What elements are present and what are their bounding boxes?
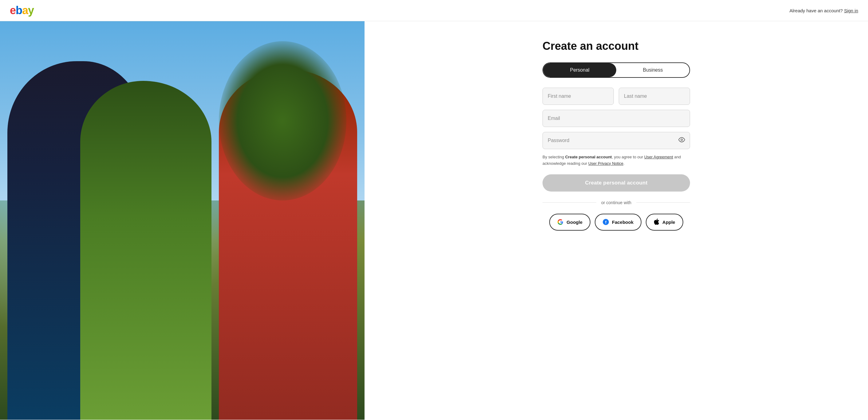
business-tab[interactable]: Business bbox=[616, 63, 689, 77]
logo-letter-e: e bbox=[10, 4, 16, 17]
email-input[interactable] bbox=[542, 110, 690, 127]
first-name-wrapper bbox=[542, 88, 614, 105]
email-wrapper bbox=[542, 110, 690, 127]
facebook-icon: f bbox=[603, 219, 609, 225]
divider-line-right bbox=[636, 202, 690, 203]
site-header: ebay Already have an account? Sign in bbox=[0, 0, 868, 21]
password-visibility-toggle-icon[interactable] bbox=[678, 137, 685, 145]
divider-line-left bbox=[542, 202, 596, 203]
terms-suffix: . bbox=[623, 161, 625, 166]
social-buttons-container: Google f Facebook Apple bbox=[542, 214, 690, 231]
personal-tab[interactable]: Personal bbox=[543, 63, 616, 77]
apple-label: Apple bbox=[662, 219, 675, 225]
sign-in-link[interactable]: Sign in bbox=[844, 8, 858, 13]
account-type-toggle: Personal Business bbox=[542, 62, 690, 78]
svg-point-0 bbox=[681, 139, 683, 141]
name-row bbox=[542, 88, 690, 105]
terms-text: By selecting Create personal account, yo… bbox=[542, 154, 690, 167]
google-label: Google bbox=[566, 219, 583, 225]
logo-letter-a: a bbox=[22, 4, 28, 17]
last-name-input[interactable] bbox=[619, 88, 690, 105]
facebook-label: Facebook bbox=[612, 219, 633, 225]
form-title: Create an account bbox=[542, 40, 690, 53]
terms-prefix: By selecting bbox=[542, 155, 565, 159]
facebook-signin-button[interactable]: f Facebook bbox=[595, 214, 642, 231]
google-icon bbox=[557, 219, 563, 225]
first-name-input[interactable] bbox=[542, 88, 614, 105]
ebay-logo: ebay bbox=[10, 5, 34, 16]
privacy-notice-link[interactable]: User Privacy Notice bbox=[588, 161, 623, 166]
logo-letter-b: b bbox=[16, 4, 22, 17]
last-name-wrapper bbox=[619, 88, 690, 105]
google-signin-button[interactable]: Google bbox=[549, 214, 590, 231]
apple-signin-button[interactable]: Apple bbox=[646, 214, 683, 231]
header-account-prompt: Already have an account? Sign in bbox=[789, 8, 859, 13]
hero-scene bbox=[0, 21, 365, 420]
social-divider: or continue with bbox=[542, 200, 690, 205]
password-wrapper bbox=[542, 132, 690, 149]
user-agreement-link[interactable]: User Agreement bbox=[644, 155, 673, 159]
registration-form-panel: Create an account Personal Business bbox=[365, 21, 868, 420]
person-figure-2 bbox=[80, 81, 212, 420]
apple-icon bbox=[654, 219, 659, 226]
form-container: Create an account Personal Business bbox=[542, 40, 690, 231]
main-container: Create an account Personal Business bbox=[0, 21, 868, 420]
terms-action: Create personal account bbox=[565, 155, 612, 159]
divider-text: or continue with bbox=[601, 200, 631, 205]
hero-image-panel bbox=[0, 21, 365, 420]
tree-decoration bbox=[219, 41, 346, 201]
already-account-text: Already have an account? bbox=[789, 8, 843, 13]
logo-letter-y: y bbox=[28, 4, 34, 17]
password-input[interactable] bbox=[542, 132, 690, 149]
terms-middle: , you agree to our bbox=[612, 155, 644, 159]
create-account-button[interactable]: Create personal account bbox=[542, 174, 690, 191]
